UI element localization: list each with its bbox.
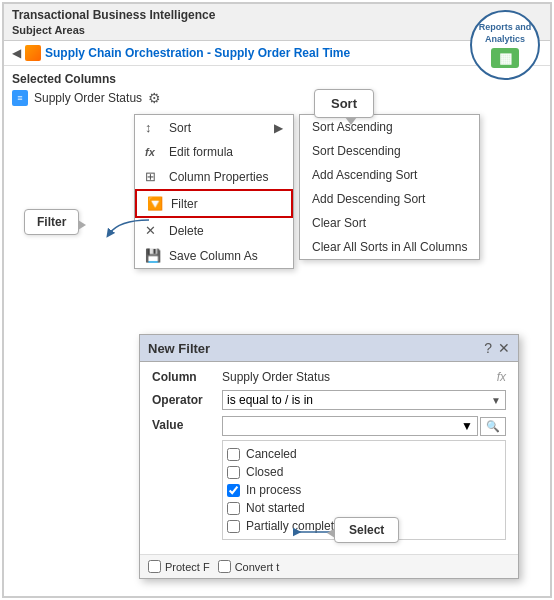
column-row: ≡ Supply Order Status ⚙ <box>12 90 542 106</box>
dialog-value-label: Value <box>152 416 222 432</box>
menu-item-filter[interactable]: 🔽 Filter <box>135 189 293 218</box>
sort-submenu: Sort Ascending Sort Descending Add Ascen… <box>299 114 480 260</box>
clear-sort[interactable]: Clear Sort <box>300 211 479 235</box>
dialog-title: New Filter <box>148 341 210 356</box>
dialog-column-row: Column Supply Order Status fx <box>152 370 506 384</box>
value-dropdown-arrow: ▼ <box>461 419 473 433</box>
fx-icon[interactable]: fx <box>497 370 506 384</box>
operator-dropdown-icon: ▼ <box>491 395 501 406</box>
dialog-actions: ? ✕ <box>484 340 510 356</box>
operator-select[interactable]: is equal to / is in ▼ <box>222 390 506 410</box>
menu-item-sort-label: Sort <box>169 121 191 135</box>
subject-areas-label: Subject Areas <box>12 24 542 36</box>
protect-filter-row: Protect F <box>148 560 210 573</box>
reports-badge-icon <box>491 48 519 68</box>
value-dropdown[interactable]: ▼ <box>222 416 478 436</box>
gear-icon[interactable]: ⚙ <box>148 90 161 106</box>
menu-item-sort[interactable]: ↕ Sort ▶ <box>135 115 293 140</box>
sort-descending[interactable]: Sort Descending <box>300 139 479 163</box>
selected-columns-title: Selected Columns <box>12 72 542 86</box>
menu-item-save-column-as-label: Save Column As <box>169 249 258 263</box>
protect-filter-label: Protect F <box>165 561 210 573</box>
add-ascending-sort[interactable]: Add Ascending Sort <box>300 163 479 187</box>
menu-item-filter-label: Filter <box>171 197 198 211</box>
menu-item-edit-formula[interactable]: fx Edit formula <box>135 140 293 164</box>
sort-callout: Sort <box>314 89 374 118</box>
main-container: Transactional Business Intelligence Subj… <box>2 2 552 598</box>
dialog-column-value: Supply Order Status <box>222 370 491 384</box>
checkbox-not-started-input[interactable] <box>227 502 240 515</box>
edit-formula-icon: fx <box>145 146 161 158</box>
convert-row: Convert t <box>218 560 280 573</box>
clear-all-sorts[interactable]: Clear All Sorts in All Columns <box>300 235 479 259</box>
breadcrumb-icon <box>25 45 41 61</box>
delete-icon: ✕ <box>145 223 161 238</box>
convert-label: Convert t <box>235 561 280 573</box>
filter-callout: Filter <box>24 209 79 235</box>
breadcrumb-bar: ◀ Supply Chain Orchestration - Supply Or… <box>4 41 550 66</box>
reports-badge-line2: Analytics <box>485 34 525 46</box>
dialog-operator-row: Operator is equal to / is in ▼ <box>152 390 506 410</box>
sort-ascending[interactable]: Sort Ascending <box>300 115 479 139</box>
dialog-operator-label: Operator <box>152 393 222 407</box>
sort-arrow-icon: ▶ <box>274 121 283 135</box>
select-callout: Select <box>334 517 399 543</box>
column-name: Supply Order Status <box>34 91 142 105</box>
menu-item-column-properties[interactable]: ⊞ Column Properties <box>135 164 293 189</box>
value-search-button[interactable]: 🔍 <box>480 417 506 436</box>
dialog-help-button[interactable]: ? <box>484 340 492 356</box>
add-descending-sort[interactable]: Add Descending Sort <box>300 187 479 211</box>
column-icon: ≡ <box>12 90 28 106</box>
save-column-icon: 💾 <box>145 248 161 263</box>
protect-filter-checkbox[interactable] <box>148 560 161 573</box>
filter-icon: 🔽 <box>147 196 163 211</box>
checkbox-closed-input[interactable] <box>227 466 240 479</box>
dialog-column-label: Column <box>152 370 222 384</box>
value-input-row: ▼ 🔍 <box>222 416 506 436</box>
menu-item-save-column-as[interactable]: 💾 Save Column As <box>135 243 293 268</box>
dialog-close-button[interactable]: ✕ <box>498 340 510 356</box>
column-properties-icon: ⊞ <box>145 169 161 184</box>
menu-item-edit-formula-label: Edit formula <box>169 145 233 159</box>
dialog-value-row: Value ▼ 🔍 Canceled <box>152 416 506 540</box>
app-header: Transactional Business Intelligence Subj… <box>4 4 550 41</box>
checkbox-not-started[interactable]: Not started <box>227 499 501 517</box>
menu-item-delete[interactable]: ✕ Delete <box>135 218 293 243</box>
dialog-body: Column Supply Order Status fx Operator i… <box>140 362 518 555</box>
operator-value: is equal to / is in <box>227 393 313 407</box>
app-title: Transactional Business Intelligence <box>12 8 542 22</box>
checkbox-canceled[interactable]: Canceled <box>227 445 501 463</box>
dialog-footer: Protect F Convert t <box>140 555 518 578</box>
breadcrumb-arrow-icon: ◀ <box>12 46 21 60</box>
checkbox-canceled-input[interactable] <box>227 448 240 461</box>
checkbox-in-process-input[interactable] <box>227 484 240 497</box>
new-filter-dialog: New Filter ? ✕ Column Supply Order Statu… <box>139 334 519 579</box>
checkbox-partially-complete-input[interactable] <box>227 520 240 533</box>
convert-checkbox[interactable] <box>218 560 231 573</box>
menu-item-column-properties-label: Column Properties <box>169 170 268 184</box>
breadcrumb-text[interactable]: Supply Chain Orchestration - Supply Orde… <box>45 46 350 60</box>
menu-item-delete-label: Delete <box>169 224 204 238</box>
dialog-title-bar: New Filter ? ✕ <box>140 335 518 362</box>
checkbox-in-process[interactable]: In process <box>227 481 501 499</box>
checkbox-closed[interactable]: Closed <box>227 463 501 481</box>
sort-icon: ↕ <box>145 120 161 135</box>
context-menu: ↕ Sort ▶ fx Edit formula ⊞ Column Proper… <box>134 114 294 269</box>
selected-columns-section: Selected Columns ≡ Supply Order Status ⚙ <box>4 66 550 110</box>
reports-analytics-badge[interactable]: Reports and Analytics <box>470 10 540 80</box>
reports-badge-line1: Reports and <box>479 22 532 34</box>
